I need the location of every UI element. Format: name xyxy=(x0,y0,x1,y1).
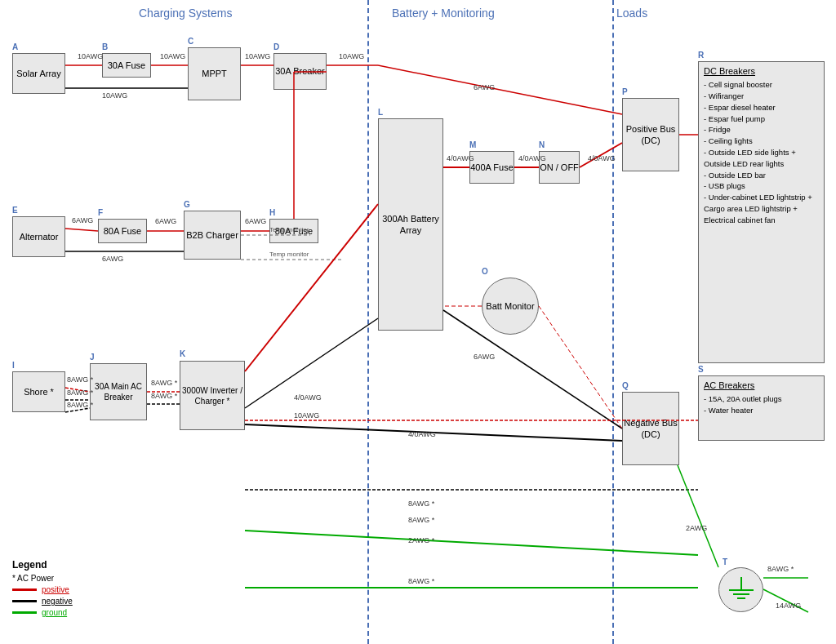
label-D: D xyxy=(273,42,279,51)
svg-text:6AWG: 6AWG xyxy=(155,217,176,225)
comp-D: 30A Breaker xyxy=(273,53,327,90)
label-E: E xyxy=(12,206,18,215)
label-J: J xyxy=(90,353,95,362)
svg-line-37 xyxy=(443,310,622,429)
loads-section-title: Loads xyxy=(616,7,647,20)
battery-section-title: Battery + Monitoring xyxy=(392,7,495,20)
svg-text:6AWG: 6AWG xyxy=(102,255,123,263)
label-M: M xyxy=(469,140,476,149)
legend: Legend * AC Power positive negative grou… xyxy=(12,559,73,620)
diagram: Charging Systems Battery + Monitoring Lo… xyxy=(0,0,836,644)
svg-text:8AWG *: 8AWG * xyxy=(408,500,435,508)
svg-text:6AWG: 6AWG xyxy=(474,353,495,361)
svg-line-14 xyxy=(378,65,622,114)
svg-text:2AWG *: 2AWG * xyxy=(408,536,435,544)
svg-line-40 xyxy=(539,306,622,429)
comp-S: AC Breakers - 15A, 20A outlet plugs - Wa… xyxy=(698,375,825,441)
svg-text:10AWG: 10AWG xyxy=(160,52,185,60)
svg-line-61 xyxy=(245,531,698,555)
comp-O: Batt Monitor xyxy=(482,278,539,335)
label-F: F xyxy=(98,208,103,217)
comp-H: 80A Fuse xyxy=(269,219,318,243)
svg-line-67 xyxy=(763,589,808,612)
svg-text:4/0AWG: 4/0AWG xyxy=(588,154,616,162)
comp-G: B2B Charger xyxy=(184,211,241,260)
label-L: L xyxy=(378,108,383,117)
svg-text:10AWG: 10AWG xyxy=(102,91,127,100)
comp-P: Positive Bus (DC) xyxy=(622,98,679,171)
legend-ground-line xyxy=(12,611,37,614)
comp-L: 300Ah Battery Array xyxy=(378,118,443,331)
label-I: I xyxy=(12,361,15,370)
comp-F: 80A Fuse xyxy=(98,219,147,243)
label-T: T xyxy=(723,557,727,566)
svg-text:10AWG: 10AWG xyxy=(339,52,364,60)
label-C: C xyxy=(188,37,193,46)
charging-section-title: Charging Systems xyxy=(139,7,232,20)
svg-text:10AWG: 10AWG xyxy=(245,52,270,60)
svg-text:8AWG *: 8AWG * xyxy=(408,516,435,524)
label-S: S xyxy=(698,365,704,374)
legend-positive-line xyxy=(12,588,37,591)
legend-title: Legend xyxy=(12,559,73,571)
svg-text:4/0AWG: 4/0AWG xyxy=(294,393,322,402)
comp-K: 3000W Inverter / Charger * xyxy=(180,361,245,430)
label-H: H xyxy=(269,208,275,217)
svg-text:Temp monitor: Temp monitor xyxy=(269,251,309,258)
legend-negative-line xyxy=(12,600,37,602)
comp-I: Shore * xyxy=(12,371,65,412)
comp-E: Alternator xyxy=(12,216,65,257)
label-G: G xyxy=(184,200,190,209)
comp-A: Solar Array xyxy=(12,53,65,94)
svg-line-53 xyxy=(245,318,378,408)
svg-line-45 xyxy=(65,408,90,412)
label-O: O xyxy=(482,267,488,276)
svg-text:14AWG: 14AWG xyxy=(776,602,801,610)
svg-text:2AWG: 2AWG xyxy=(686,524,707,532)
label-R: R xyxy=(698,51,704,60)
svg-text:8AWG *: 8AWG * xyxy=(151,392,178,400)
comp-J: 30A Main AC Breaker xyxy=(90,363,147,420)
svg-line-16 xyxy=(65,229,98,231)
svg-line-55 xyxy=(245,424,622,441)
svg-text:6AWG: 6AWG xyxy=(474,83,495,91)
svg-text:10AWG: 10AWG xyxy=(78,52,103,60)
svg-text:8AWG *: 8AWG * xyxy=(151,379,178,387)
svg-line-65 xyxy=(678,465,718,567)
legend-ground: ground xyxy=(12,608,73,617)
svg-text:8AWG *: 8AWG * xyxy=(767,565,794,573)
comp-C: MPPT xyxy=(188,47,241,100)
legend-negative: negative xyxy=(12,597,73,606)
label-K: K xyxy=(180,349,185,358)
svg-text:10AWG: 10AWG xyxy=(294,411,319,420)
divider-1 xyxy=(367,0,369,644)
svg-text:6AWG: 6AWG xyxy=(72,216,93,224)
label-Q: Q xyxy=(622,381,629,390)
svg-text:4/0AWG: 4/0AWG xyxy=(408,430,436,438)
svg-line-34 xyxy=(580,143,622,167)
comp-T xyxy=(718,567,763,612)
comp-B: 30A Fuse xyxy=(102,53,151,78)
legend-ac: * AC Power xyxy=(12,574,73,583)
comp-M: 400A Fuse xyxy=(469,151,514,184)
comp-N: ON / OFF xyxy=(539,151,580,184)
svg-text:8AWG *: 8AWG * xyxy=(408,577,435,585)
label-A: A xyxy=(12,42,18,51)
svg-line-41 xyxy=(65,388,90,392)
label-B: B xyxy=(102,42,108,51)
label-P: P xyxy=(622,87,628,96)
comp-R: DC Breakers - Cell signal booster - Wifi… xyxy=(698,61,825,363)
legend-positive: positive xyxy=(12,585,73,594)
svg-text:6AWG: 6AWG xyxy=(245,217,266,225)
label-N: N xyxy=(539,140,545,149)
comp-Q: Negative Bus (DC) xyxy=(622,392,679,465)
divider-2 xyxy=(612,0,614,644)
